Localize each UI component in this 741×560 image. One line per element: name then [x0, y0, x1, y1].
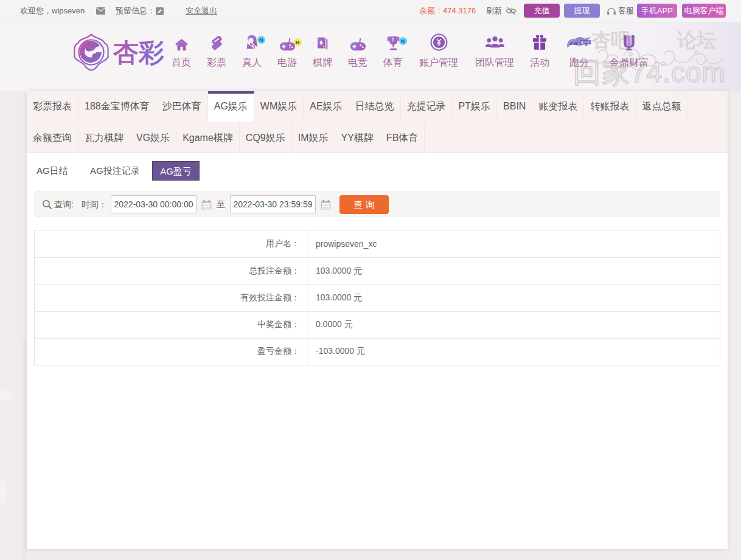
svg-text:趣中区块链: 趣中区块链	[580, 40, 593, 44]
svg-text:D.H: D.H	[570, 41, 578, 46]
